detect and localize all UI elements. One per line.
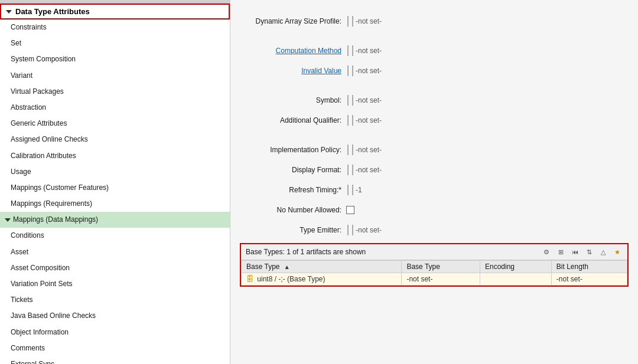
computation-method-row: Computation Method -not set- [240,44,629,58]
base-types-table: Base Type ▲ Base Type Encoding Bit Lengt… [241,260,627,286]
base-types-section: Base Types: 1 of 1 artifacts are shown ⚙… [240,243,629,287]
sidebar-item-constraints[interactable]: Constraints [0,19,230,35]
col-base-type2[interactable]: Base Type [402,261,480,273]
cell-base-type2: -not set- [402,273,480,286]
base-types-icon-star[interactable]: ★ [612,247,623,257]
sidebar-item-assigned-online-checks[interactable]: Assigned Online Checks [0,132,230,147]
additional-qualifier-label: Additional Qualifier: [240,116,346,124]
data-type-attributes-items: Constraints Set System Composition Varia… [0,19,230,212]
sep-icon-17 [347,225,349,235]
no-number-allowed-value-box [346,206,354,214]
computation-method-value-box: -not set- [346,45,382,56]
dynamic-array-label: Dynamic Array Size Profile: [240,17,346,25]
cell-bit-length: -not set- [551,273,627,286]
sep-icon-15 [347,185,349,195]
refresh-timing-row: Refresh Timing:* -1 [240,183,629,197]
data-type-attributes-header[interactable]: Data Type Attributes [0,4,230,19]
no-number-allowed-row: No Number Allowed: [240,203,629,217]
sidebar-item-virtual-packages[interactable]: Virtual Packages [0,84,230,100]
cell-encoding [480,273,551,286]
sidebar-item-variation-point-sets[interactable]: Variation Point Sets [0,276,230,292]
base-types-header-row: Base Types: 1 of 1 artifacts are shown ⚙… [241,244,627,260]
dynamic-array-value: -not set- [356,17,382,25]
sep-icon-8 [352,95,353,106]
sort-arrow-icon: ▲ [284,264,290,270]
display-format-row: Display Format: -not set- [240,163,629,177]
sep-icon-10 [352,115,353,126]
invalid-value-row: Invalid Value -not set- [240,64,629,78]
implementation-policy-value-box: -not set- [346,145,382,155]
sidebar-scroll-area: Data Type Attributes Constraints Set Sys… [0,4,230,364]
collapse-triangle-icon-2 [5,218,11,222]
sidebar-item-tickets[interactable]: Tickets [0,292,230,308]
sep-icon-7 [347,95,349,106]
sep-icon-2 [352,16,353,27]
type-emitter-value-box: -not set- [346,225,382,235]
dynamic-array-row: Dynamic Array Size Profile: -not set- [240,14,629,28]
sep-icon-16 [352,185,353,195]
symbol-label: Symbol: [240,96,346,104]
sidebar: Data Type Attributes Constraints Set Sys… [0,0,230,364]
col-base-type[interactable]: Base Type ▲ [242,261,402,273]
sidebar-item-conditions[interactable]: Conditions [0,228,230,244]
col-bit-length[interactable]: Bit Length [551,261,627,273]
additional-qualifier-value-box: -not set- [346,115,382,126]
type-emitter-row: Type Emitter: -not set- [240,223,629,237]
additional-qualifier-row: Additional Qualifier: -not set- [240,113,629,127]
mappings-data-mappings-label: Mappings (Data Mappings) [13,214,98,225]
symbol-value-box: -not set- [346,95,382,106]
base-types-icon-sort[interactable]: ⇅ [584,247,594,257]
invalid-value-value: -not set- [356,67,382,75]
main-scroll-area: Dynamic Array Size Profile: -not set- Co… [230,0,638,364]
data-type-attributes-label: Data Type Attributes [15,7,90,16]
display-format-label: Display Format: [240,166,346,174]
sidebar-item-usage[interactable]: Usage [0,164,230,180]
sidebar-item-mappings-customer[interactable]: Mappings (Customer Features) [0,180,230,196]
sep-icon-12 [352,145,353,155]
sep-icon [347,16,349,27]
mappings-data-mappings-items: Conditions Asset Asset Composition Varia… [0,228,230,364]
base-types-table-header-row: Base Type ▲ Base Type Encoding Bit Lengt… [242,261,627,273]
implementation-policy-row: Implementation Policy: -not set- [240,143,629,157]
base-types-icon-table[interactable]: ⊞ [555,247,566,257]
implementation-policy-label: Implementation Policy: [240,146,346,154]
symbol-value: -not set- [356,96,382,104]
col-encoding[interactable]: Encoding [480,261,551,273]
implementation-policy-value: -not set- [356,146,382,154]
refresh-timing-value-box: -1 [346,185,362,195]
base-types-table-row[interactable]: 🗄 uint8 / -;- (Base Type) -not set- -not… [242,273,627,286]
sidebar-item-external-sync[interactable]: External Sync [0,356,230,364]
type-emitter-value: -not set- [356,226,382,234]
sep-icon-11 [347,145,349,155]
base-types-icon-first[interactable]: ⏮ [569,247,580,257]
sep-icon-3 [347,45,349,56]
no-number-allowed-label: No Number Allowed: [240,206,346,214]
computation-method-label[interactable]: Computation Method [240,47,346,55]
db-icon: 🗄 [246,275,253,283]
sidebar-item-asset-composition[interactable]: Asset Composition [0,260,230,276]
sidebar-item-calibration-attributes[interactable]: Calibration Attributes [0,148,230,164]
refresh-timing-label: Refresh Timing:* [240,186,346,194]
base-types-title: Base Types: 1 of 1 artifacts are shown [246,248,538,256]
sidebar-item-comments[interactable]: Comments [0,340,230,356]
base-types-icon-delta[interactable]: △ [598,247,608,257]
sidebar-item-variant[interactable]: Variant [0,68,230,84]
cell-base-type: 🗄 uint8 / -;- (Base Type) [242,273,402,286]
sidebar-item-abstraction[interactable]: Abstraction [0,100,230,116]
sidebar-item-java-based-online-checks[interactable]: Java Based Online Checks [0,308,230,324]
dynamic-array-value-box: -not set- [346,16,382,27]
sidebar-item-system-composition[interactable]: System Composition [0,51,230,67]
sidebar-item-set[interactable]: Set [0,35,230,51]
mappings-data-mappings-header[interactable]: Mappings (Data Mappings) [0,212,230,228]
invalid-value-label[interactable]: Invalid Value [240,67,346,75]
sep-icon-14 [352,165,353,175]
base-types-icon-add[interactable]: ⚙ [541,247,552,257]
sidebar-item-mappings-requirements[interactable]: Mappings (Requirements) [0,196,230,212]
display-format-value: -not set- [356,166,382,174]
sep-icon-9 [347,115,349,126]
sidebar-item-object-information[interactable]: Object Information [0,324,230,340]
sidebar-item-asset[interactable]: Asset [0,244,230,260]
sidebar-item-generic-attributes[interactable]: Generic Attributes [0,116,230,132]
additional-qualifier-value: -not set- [356,116,382,124]
no-number-allowed-checkbox[interactable] [346,206,354,214]
